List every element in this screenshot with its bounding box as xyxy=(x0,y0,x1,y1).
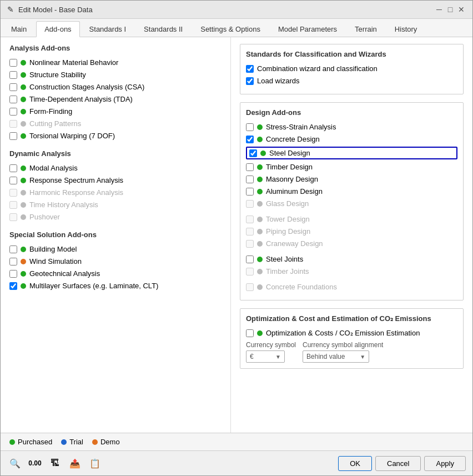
toolbar: 🔍 0.00 🏗 📤 📋 xyxy=(7,455,103,471)
tab-standards2[interactable]: Standards II xyxy=(135,21,191,37)
steeljoints-checkbox[interactable] xyxy=(246,255,254,263)
concrete-design-checkbox[interactable] xyxy=(246,136,254,143)
geotech-checkbox[interactable] xyxy=(9,270,17,278)
minimize-button[interactable]: ─ xyxy=(435,5,444,14)
main-window: ✎ Edit Model - Base Data ─ □ ✕ Main Add-… xyxy=(0,0,473,476)
currency-symbol-label: Currency symbol xyxy=(246,341,296,349)
modal-checkbox[interactable] xyxy=(9,164,17,172)
window-title: Edit Model - Base Data xyxy=(18,6,93,14)
green-dot xyxy=(257,189,263,194)
gray-dot xyxy=(257,229,263,234)
list-item: Concrete Design xyxy=(246,134,457,144)
timberjoints-label: Timber Joints xyxy=(266,267,309,275)
aluminum-checkbox[interactable] xyxy=(246,188,254,196)
nonlinear-checkbox[interactable] xyxy=(9,59,17,67)
export-toolbar-button[interactable]: 📤 xyxy=(67,455,83,471)
dropdown-arrow-icon: ▼ xyxy=(275,354,281,360)
currency-symbol-dropdown[interactable]: € ▼ xyxy=(246,350,285,363)
building-checkbox[interactable] xyxy=(9,245,17,253)
ok-button[interactable]: OK xyxy=(338,456,372,471)
craneway-checkbox[interactable] xyxy=(246,240,254,248)
green-dot xyxy=(21,97,26,102)
tab-standards1[interactable]: Standards I xyxy=(81,21,135,37)
timberjoints-checkbox[interactable] xyxy=(246,268,254,275)
structure-checkbox[interactable] xyxy=(9,71,17,79)
optim-checkbox[interactable] xyxy=(246,329,254,337)
torsional-checkbox[interactable] xyxy=(9,132,17,140)
cutting-checkbox[interactable] xyxy=(9,120,17,128)
tower-checkbox[interactable] xyxy=(246,216,254,223)
green-dot xyxy=(257,257,263,262)
masonry-checkbox[interactable] xyxy=(246,176,254,183)
aluminum-label: Aluminum Design xyxy=(266,187,323,196)
list-item: Time History Analysis xyxy=(9,200,222,209)
tda-label: Time-Dependent Analysis (TDA) xyxy=(29,95,133,103)
number-toolbar-button[interactable]: 0.00 xyxy=(27,455,43,471)
optim-box: Optimization & Cost and Estimation of CO… xyxy=(240,308,464,369)
green-dot xyxy=(21,166,26,171)
modal-label: Modal Analysis xyxy=(29,164,78,172)
torsional-label: Torsional Warping (7 DOF) xyxy=(29,132,115,140)
maximize-button[interactable]: □ xyxy=(446,5,455,14)
timehistory-checkbox[interactable] xyxy=(9,201,17,209)
tab-history[interactable]: History xyxy=(386,21,425,37)
green-dot xyxy=(257,177,263,182)
timber-checkbox[interactable] xyxy=(246,163,254,171)
list-item: Concrete Foundations xyxy=(246,282,457,292)
green-dot xyxy=(21,133,26,139)
tab-settings[interactable]: Settings & Options xyxy=(192,21,269,37)
demo-dot xyxy=(92,439,98,445)
stress-checkbox[interactable] xyxy=(246,123,254,131)
bottom-bar: 🔍 0.00 🏗 📤 📋 OK Cancel Apply xyxy=(1,450,472,475)
tab-model[interactable]: Model Parameters xyxy=(270,21,345,37)
content-area: Analysis Add-ons Nonlinear Material Beha… xyxy=(1,37,472,433)
pushover-checkbox[interactable] xyxy=(9,213,17,221)
close-button[interactable]: ✕ xyxy=(457,5,466,14)
csa-checkbox[interactable] xyxy=(9,83,17,91)
copy-toolbar-button[interactable]: 📋 xyxy=(87,455,103,471)
green-dot xyxy=(21,247,26,252)
piping-checkbox[interactable] xyxy=(246,228,254,236)
concrete-found-checkbox[interactable] xyxy=(246,283,254,291)
formfinding-label: Form-Finding xyxy=(29,107,72,116)
design-addons-box: Design Add-ons Stress-Strain Analysis Co… xyxy=(240,102,464,300)
list-item: Aluminum Design xyxy=(246,187,457,196)
combination-checkbox[interactable] xyxy=(246,65,254,73)
tab-main[interactable]: Main xyxy=(3,21,35,37)
optim-title: Optimization & Cost and Estimation of CO… xyxy=(246,314,457,323)
list-item: Timber Design xyxy=(246,162,457,172)
response-checkbox[interactable] xyxy=(9,177,17,184)
wind-checkbox[interactable] xyxy=(9,258,17,265)
currency-align-dropdown[interactable]: Behind value ▼ xyxy=(303,350,369,363)
list-item: Combination wizard and classification xyxy=(246,64,457,73)
glass-checkbox[interactable] xyxy=(246,200,254,208)
stress-label: Stress-Strain Analysis xyxy=(266,123,336,131)
cancel-button[interactable]: Cancel xyxy=(375,456,421,471)
list-item: Timber Joints xyxy=(246,267,457,276)
wind-label: Wind Simulation xyxy=(29,257,82,265)
multilayer-checkbox[interactable] xyxy=(9,282,17,290)
apply-button[interactable]: Apply xyxy=(424,456,466,471)
title-bar: ✎ Edit Model - Base Data ─ □ ✕ xyxy=(1,1,472,19)
load-checkbox[interactable] xyxy=(246,77,254,85)
harmonic-checkbox[interactable] xyxy=(9,189,17,197)
green-dot xyxy=(21,72,26,78)
list-item: Modal Analysis xyxy=(9,163,222,173)
tower-label: Tower Design xyxy=(266,215,310,223)
tda-checkbox[interactable] xyxy=(9,96,17,103)
list-item: Steel Joints xyxy=(246,254,457,264)
view-toolbar-button[interactable]: 🏗 xyxy=(47,455,63,471)
gray-dot xyxy=(257,201,263,207)
green-dot xyxy=(21,271,26,277)
geotech-label: Geotechnical Analysis xyxy=(29,269,100,278)
gray-dot xyxy=(257,241,263,247)
right-panel: Standards for Classification and Wizards… xyxy=(231,37,472,433)
list-item: Load wizards xyxy=(246,76,457,86)
pushover-label: Pushover xyxy=(29,213,60,221)
steel-design-checkbox[interactable] xyxy=(249,149,257,157)
search-toolbar-button[interactable]: 🔍 xyxy=(7,455,23,471)
tab-addons[interactable]: Add-ons xyxy=(36,21,79,37)
tab-terrain[interactable]: Terrain xyxy=(346,21,385,37)
formfinding-checkbox[interactable] xyxy=(9,108,17,116)
timehistory-label: Time History Analysis xyxy=(29,201,98,209)
